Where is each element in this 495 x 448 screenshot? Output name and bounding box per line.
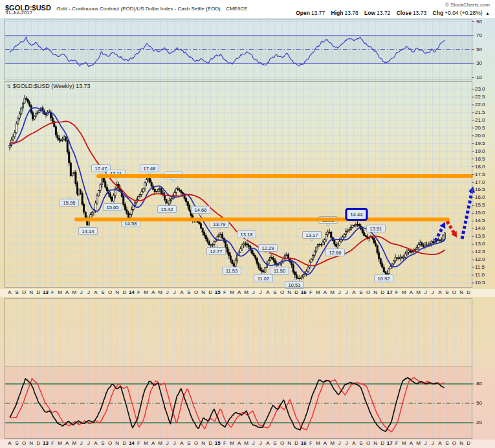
month-label: S (187, 440, 190, 447)
month-label: A (324, 440, 327, 447)
price-axis-tick: 11.0 (475, 273, 485, 278)
month-label: A (65, 289, 69, 296)
month-label: 14 (129, 289, 135, 296)
month-label: D (294, 289, 298, 296)
month-label: M (158, 289, 162, 296)
svg-text:12.29: 12.29 (262, 245, 274, 251)
price-axis-tick: 19.0 (475, 149, 485, 154)
price-axis-tick: 12.5 (475, 249, 485, 254)
svg-text:11.50: 11.50 (274, 268, 285, 274)
month-label: M (158, 440, 162, 447)
price-swing-label: 10.92 (375, 273, 393, 282)
month-label: J (87, 440, 90, 447)
month-label: F (223, 289, 226, 296)
month-label: A (324, 289, 327, 296)
price-swing-label: 11.50 (270, 265, 289, 274)
svg-text:14.66: 14.66 (195, 207, 207, 213)
month-label: M (402, 289, 406, 296)
month-label: A (410, 440, 413, 447)
month-label: O (280, 440, 284, 447)
price-axis-tick: 16.5 (475, 187, 485, 192)
month-label: S (445, 440, 448, 447)
price-axis-tick: 13.0 (475, 241, 485, 247)
price-axis-tick: 16.0 (475, 195, 485, 200)
price-axis-tick: 20.0 (475, 133, 485, 139)
month-label: O (108, 289, 112, 296)
month-label: M (72, 440, 76, 447)
price-axis-tick: 22.0 (475, 102, 485, 107)
svg-text:14.58: 14.58 (125, 221, 137, 227)
month-label: N (29, 440, 33, 447)
stoch-axis-tick: 50 (476, 401, 482, 406)
price-swing-label: 13.18 (237, 231, 256, 241)
price-axis-tick: 14.5 (475, 218, 485, 223)
month-label: O (366, 289, 370, 296)
month-label: 15 (215, 289, 221, 296)
month-label: J (80, 289, 83, 296)
month-label: 17 (387, 289, 393, 296)
month-label: J (338, 289, 341, 296)
svg-text:17.47: 17.47 (95, 166, 107, 172)
month-label: A (180, 289, 183, 296)
price-swing-label: 12.29 (259, 245, 278, 254)
price-axis-tick: 15.0 (475, 210, 485, 216)
month-label: N (287, 289, 291, 296)
price-swing-label: 13.17 (303, 232, 322, 241)
month-label: 13 (43, 440, 49, 447)
month-label: S (273, 440, 276, 447)
month-label: M (58, 289, 62, 296)
svg-text:13.51: 13.51 (370, 226, 382, 232)
price-axis-tick: 23.0 (475, 87, 485, 92)
month-label: 13 (43, 289, 49, 296)
stoch-zone (5, 366, 472, 438)
month-label: F (51, 440, 54, 447)
boxed-price-label: 14.44 (346, 209, 367, 220)
month-label: J (424, 289, 427, 296)
month-label: F (223, 440, 226, 447)
month-label: D (467, 289, 470, 296)
month-label: O (22, 440, 26, 447)
month-label: S (359, 289, 362, 296)
month-label: J (87, 289, 90, 296)
month-label: A (180, 440, 183, 447)
price-axis-tick: 15.5 (475, 203, 485, 208)
price-axis-tick: 13.5 (475, 234, 485, 239)
price-axis-tick: 19.5 (475, 141, 485, 146)
month-label: A (94, 289, 97, 296)
month-label: 17 (387, 440, 393, 447)
svg-text:10.51: 10.51 (289, 282, 301, 288)
price-axis-tick: 14.0 (475, 226, 485, 231)
projection-arrow-red (447, 221, 457, 238)
month-label: O (452, 289, 456, 296)
price-axis-tick: 12.0 (475, 257, 485, 262)
month-label: N (373, 289, 377, 296)
month-label: N (373, 440, 377, 447)
price-axis-tick: 11.5 (475, 265, 485, 270)
month-label: J (259, 440, 262, 447)
month-label: A (8, 289, 11, 296)
rsi-axis-tick: 90 (476, 19, 482, 25)
month-label: J (80, 440, 83, 447)
month-label: D (122, 289, 126, 296)
month-label: F (309, 289, 313, 296)
svg-text:13.17: 13.17 (306, 232, 318, 238)
price-axis-tick: 17.0 (475, 180, 485, 185)
month-label: D (208, 440, 212, 447)
month-label: O (366, 440, 370, 447)
month-label: M (416, 289, 421, 296)
month-label: A (237, 289, 241, 296)
svg-text:17.48: 17.48 (144, 166, 156, 172)
month-label: S (15, 289, 18, 296)
month-label: S (359, 440, 362, 447)
month-label: J (432, 440, 434, 447)
month-label: N (201, 440, 205, 447)
month-label: N (115, 440, 119, 447)
svg-text:11.53: 11.53 (226, 268, 237, 274)
svg-text:15.65: 15.65 (107, 205, 119, 210)
month-label: O (280, 289, 284, 296)
month-label: J (166, 440, 169, 447)
month-label: A (266, 289, 269, 296)
month-label: M (244, 289, 248, 296)
month-label: M (72, 289, 76, 296)
month-label: J (252, 289, 255, 296)
